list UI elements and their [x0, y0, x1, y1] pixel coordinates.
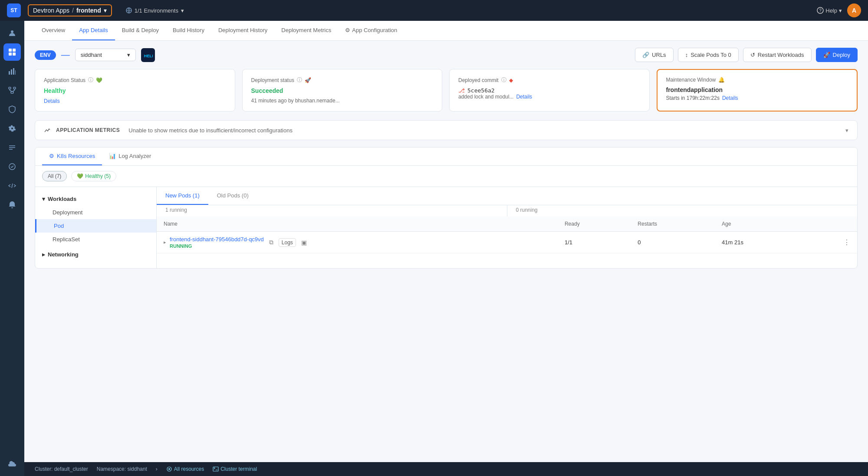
healthy-icon: 💚 [77, 173, 83, 179]
filter-healthy[interactable]: 💚 Healthy (5) [71, 171, 116, 181]
pod-ready-cell: 1/1 [558, 232, 631, 253]
deploy-icon: 🚀 [305, 77, 311, 83]
deploy-button[interactable]: 🚀 Deploy [816, 48, 858, 62]
svg-rect-12 [9, 87, 11, 89]
env-select[interactable]: siddhant ▾ [75, 49, 136, 61]
namespace-label: Namespace: siddhant [97, 466, 147, 472]
env-badge: ENV [35, 50, 56, 60]
breadcrumb[interactable]: Devtron Apps / frontend ▾ [28, 4, 112, 16]
avatar: A [847, 3, 861, 17]
sidebar-item-security[interactable] [3, 101, 21, 118]
bell-icon: 🔔 [718, 77, 725, 83]
env-selector[interactable]: 1/1 Environments ▾ [126, 7, 184, 14]
tab-app-details[interactable]: App Details [72, 21, 115, 40]
commit-icon: ◆ [509, 77, 513, 83]
deploy-label: Deploy [833, 52, 850, 58]
help-icon: ? [817, 7, 824, 14]
tab-deployment-metrics[interactable]: Deployment Metrics [274, 21, 338, 40]
metrics-bar: APPLICATION METRICS Unable to show metri… [35, 120, 858, 140]
networking-header[interactable]: ▸ Networking [35, 248, 156, 261]
sidebar-item-pipeline[interactable] [3, 82, 21, 99]
gear-icon: ⚙ [345, 27, 350, 33]
pod-status: RUNNING [170, 243, 264, 249]
sidebar-item-compliance[interactable] [3, 158, 21, 175]
tab-build-deploy[interactable]: Build & Deploy [115, 21, 166, 40]
new-pods-sub: 1 running [157, 205, 507, 217]
svg-point-18 [168, 468, 170, 470]
restart-workloads-button[interactable]: ↺ Restart Workloads [743, 48, 812, 62]
env-icon [126, 7, 132, 13]
app-logo: ST [7, 3, 21, 17]
tab-log-analyzer[interactable]: 📊 Log Analyzer [102, 148, 158, 165]
namespace-arrow: › [156, 466, 158, 472]
app-status-details-link[interactable]: Details [44, 98, 60, 104]
chevron-down-icon: ▾ [181, 7, 184, 14]
svg-rect-6 [9, 53, 12, 56]
sidebar-item-metrics[interactable] [3, 62, 21, 80]
status-card-deployment: Deployment status ⓘ 🚀 Succeeded 41 minut… [242, 69, 443, 112]
tab-k8s-resources[interactable]: ⚙ K8s Resources [42, 148, 102, 165]
workloads-header[interactable]: ▾ Workloads [35, 192, 156, 206]
nav-tabs: Overview App Details Build & Deploy Buil… [24, 21, 868, 41]
scale-pods-button[interactable]: ↕ Scale Pods To 0 [678, 48, 739, 62]
tab-overview[interactable]: Overview [35, 21, 72, 40]
collapse-metrics-icon[interactable]: ▾ [845, 127, 848, 134]
sidebar-item-apps[interactable] [3, 43, 21, 61]
col-restarts: Restarts [631, 217, 715, 232]
col-age: Age [715, 217, 805, 232]
table-row: ▸ frontend-siddhant-79546bdd7d-qc9vd RUN… [157, 232, 857, 253]
svg-rect-4 [9, 49, 12, 52]
tab-build-history[interactable]: Build History [166, 21, 211, 40]
git-branch-icon: ⎇ [458, 87, 465, 94]
status-card-commit: Deployed commit ⓘ ◆ ⎇ 5cee56a2 added loc… [449, 69, 650, 112]
commit-hash-value: 5cee56a2 [467, 87, 495, 94]
copy-icon[interactable]: ⧉ [267, 238, 275, 247]
tree-item-pod[interactable]: Pod [35, 219, 156, 233]
mw-details-link[interactable]: Details [722, 95, 738, 101]
tab-app-config[interactable]: ⚙App Configuration [338, 21, 404, 40]
deploy-status-value: Succeeded [251, 87, 434, 94]
k8s-sidebar: ▾ Workloads Deployment Pod ReplicaSet ▸ … [35, 187, 157, 268]
all-resources-label: All resources [174, 466, 204, 472]
pod-expand-icon[interactable]: ▸ [164, 240, 166, 245]
k8s-tabs: ⚙ K8s Resources 📊 Log Analyzer [35, 148, 857, 166]
pod-name-text: frontend-siddhant-79546bdd7d-qc9vd [170, 236, 264, 243]
tab-deployment-history[interactable]: Deployment History [211, 21, 274, 40]
svg-rect-7 [13, 53, 16, 56]
sidebar-item-config[interactable] [3, 139, 21, 156]
status-card-maintenance: Maintenance Window 🔔 frontendapplication… [657, 69, 858, 112]
scale-icon: ↕ [685, 52, 688, 58]
sidebar-item-notifications[interactable] [3, 196, 21, 213]
tab-old-pods[interactable]: Old Pods (0) [208, 187, 257, 205]
status-cards: Application Status ⓘ 💚 Healthy Details D… [35, 69, 858, 112]
sidebar-item-profile[interactable] [3, 24, 21, 42]
cluster-terminal-link[interactable]: Cluster terminal [213, 466, 257, 472]
commit-details-link[interactable]: Details [516, 94, 532, 100]
chevron-down-icon: ▾ [127, 52, 130, 58]
terminal-label: Cluster terminal [220, 466, 257, 472]
sidebar-item-code[interactable] [3, 177, 21, 194]
commit-hash: ⎇ 5cee56a2 [458, 87, 641, 94]
help-label: Help [825, 7, 837, 14]
help-button[interactable]: ? Help ▾ [817, 7, 842, 14]
svg-rect-13 [13, 87, 16, 89]
workloads-label: Workloads [48, 196, 76, 202]
filter-bar: All (7) 💚 Healthy (5) [35, 166, 857, 187]
more-options-button[interactable]: ⋮ [843, 238, 850, 246]
k8s-section: ⚙ K8s Resources 📊 Log Analyzer All (7) 💚… [35, 147, 858, 269]
urls-button[interactable]: 🔗 URLs [635, 48, 674, 62]
tree-item-deployment[interactable]: Deployment [35, 206, 156, 219]
sidebar-item-settings[interactable] [3, 120, 21, 137]
filter-all[interactable]: All (7) [42, 171, 67, 181]
tab-new-pods[interactable]: New Pods (1) [157, 187, 208, 205]
all-resources-link[interactable]: All resources [166, 466, 204, 472]
terminal-icon[interactable]: ▣ [299, 238, 309, 247]
commit-meta: added lock and modul... Details [458, 94, 641, 100]
logs-button[interactable]: Logs [279, 238, 296, 247]
tree-item-replicaset[interactable]: ReplicaSet [35, 233, 156, 246]
info-icon: ⓘ [88, 76, 93, 84]
status-bar: Cluster: default_cluster Namespace: sidd… [24, 462, 868, 476]
app-status-title: Application Status ⓘ 💚 [44, 76, 226, 84]
sidebar-item-cloud[interactable] [3, 455, 21, 473]
svg-point-3 [11, 30, 13, 33]
